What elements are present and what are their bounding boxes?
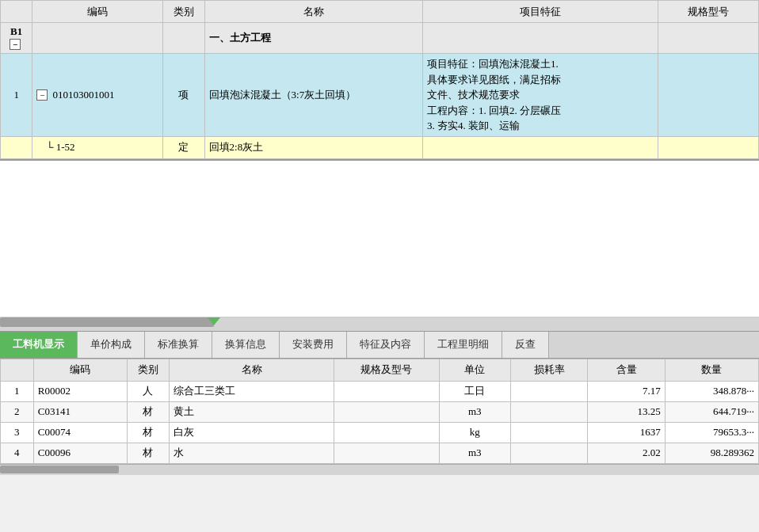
table-row: 4 C00096 材 水 m3 2.02 98.289362 [1, 443, 759, 463]
cell-seq: 1 [1, 381, 34, 401]
cell-name: 综合工三类工 [169, 381, 334, 401]
cell-seq: 2 [1, 401, 34, 422]
cell-type-1: 项 [162, 54, 204, 137]
table-row: 3 C00074 材 白灰 kg 1637 79653.3··· [1, 422, 759, 443]
header-seq [1, 1, 32, 23]
cell-count: 98.289362 [665, 443, 758, 463]
bheader-name: 名称 [169, 359, 334, 381]
cell-spec-b1 [658, 23, 758, 54]
table-row-item1: 1 − 010103001001 项 回填泡沫混凝土（3:7灰土回填） 项目特征… [1, 54, 759, 137]
empty-area [0, 161, 759, 317]
tab-anzhuang[interactable]: 安装费用 [280, 332, 347, 358]
cell-type: 材 [127, 443, 169, 463]
bheader-spec: 规格及型号 [334, 359, 439, 381]
cell-seq: 4 [1, 443, 34, 463]
header-name: 名称 [204, 1, 423, 23]
bheader-type: 类别 [127, 359, 169, 381]
cell-spec [334, 443, 439, 463]
cell-name: 白灰 [169, 422, 334, 443]
cell-unit: 工日 [439, 381, 510, 401]
cell-spec-sub [658, 136, 758, 158]
tab-huansuan[interactable]: 换算信息 [212, 332, 280, 358]
cell-seq-b1: B1 − [1, 23, 32, 54]
collapse-b1-button[interactable]: − [10, 39, 21, 50]
cell-unit: m3 [439, 443, 510, 463]
cell-name-1: 回填泡沫混凝土（3:7灰土回填） [204, 54, 423, 137]
cell-code: R00002 [33, 381, 127, 401]
table-row-sub: └ 1-52 定 回填2:8灰土 [1, 136, 759, 158]
bottom-scrollbar[interactable] [0, 464, 759, 475]
cell-code: C00074 [33, 422, 127, 443]
top-table: 编码 类别 名称 项目特征 规格型号 B1 − 一、土方工程 [0, 0, 759, 159]
bheader-content: 含量 [588, 359, 665, 381]
tab-gongliaojiDisplay[interactable]: 工料机显示 [0, 332, 78, 358]
cell-code-sub: └ 1-52 [32, 136, 162, 158]
tab-fancha[interactable]: 反查 [502, 332, 549, 358]
cell-seq: 3 [1, 422, 34, 443]
cell-type: 材 [127, 422, 169, 443]
cell-loss [510, 443, 587, 463]
cell-loss [510, 422, 587, 443]
bheader-loss: 损耗率 [510, 359, 587, 381]
scroll-thumb[interactable] [0, 317, 214, 327]
bheader-unit: 单位 [439, 359, 510, 381]
cell-content: 1637 [588, 422, 665, 443]
cell-type-b1 [162, 23, 204, 54]
cell-seq-1: 1 [1, 54, 32, 137]
table-row: 2 C03141 材 黄土 m3 13.25 644.719··· [1, 401, 759, 422]
tab-danjia[interactable]: 单价构成 [78, 332, 145, 358]
cell-code-1: − 010103001001 [32, 54, 162, 137]
cell-count: 644.719··· [665, 401, 758, 422]
cell-spec-1 [658, 54, 758, 137]
cell-code: C03141 [33, 401, 127, 422]
bheader-seq [1, 359, 34, 381]
cell-type-sub: 定 [162, 136, 204, 158]
cell-content: 2.02 [588, 443, 665, 463]
bottom-table: 编码 类别 名称 规格及型号 单位 损耗率 含量 数量 1 R00002 人 综… [0, 359, 759, 464]
cell-spec [334, 422, 439, 443]
cell-name: 黄土 [169, 401, 334, 422]
tab-bar: 工料机显示 单价构成 标准换算 换算信息 安装费用 特征及内容 工程里明细 反查 [0, 332, 759, 359]
collapse-item1-button[interactable]: − [36, 89, 48, 101]
tab-tezheng[interactable]: 特征及内容 [347, 332, 425, 358]
bheader-code: 编码 [33, 359, 127, 381]
table-row-b1: B1 − 一、土方工程 [1, 23, 759, 54]
cell-seq-sub [1, 136, 32, 158]
bottom-section: 编码 类别 名称 规格及型号 单位 损耗率 含量 数量 1 R00002 人 综… [0, 359, 759, 464]
header-feature: 项目特征 [423, 1, 658, 23]
cell-spec [334, 401, 439, 422]
tab-gongcheng[interactable]: 工程里明细 [425, 332, 502, 358]
cell-loss [510, 381, 587, 401]
cell-name-sub: 回填2:8灰土 [204, 136, 423, 158]
top-section: 编码 类别 名称 项目特征 规格型号 B1 − 一、土方工程 [0, 0, 759, 161]
header-type: 类别 [162, 1, 204, 23]
cell-name-b1: 一、土方工程 [204, 23, 423, 54]
bottom-scroll-thumb[interactable] [0, 466, 119, 473]
cell-spec [334, 381, 439, 401]
cell-content: 13.25 [588, 401, 665, 422]
cell-count: 79653.3··· [665, 422, 758, 443]
header-code: 编码 [32, 1, 162, 23]
cell-feature-b1 [423, 23, 658, 54]
cell-unit: kg [439, 422, 510, 443]
cell-type: 材 [127, 401, 169, 422]
cell-feature-sub [423, 136, 658, 158]
bheader-count: 数量 [665, 359, 758, 381]
cell-feature-1: 项目特征：回填泡沫混凝土1.具体要求详见图纸，满足招标文件、技术规范要求工程内容… [423, 54, 658, 137]
cell-type: 人 [127, 381, 169, 401]
cell-code-b1 [32, 23, 162, 54]
cell-content: 7.17 [588, 381, 665, 401]
cell-unit: m3 [439, 401, 510, 422]
cell-loss [510, 401, 587, 422]
horizontal-scrollbar[interactable] [0, 317, 759, 332]
cell-name: 水 [169, 443, 334, 463]
table-row: 1 R00002 人 综合工三类工 工日 7.17 348.878··· [1, 381, 759, 401]
cell-code: C00096 [33, 443, 127, 463]
tab-biaozhun[interactable]: 标准换算 [145, 332, 212, 358]
cell-count: 348.878··· [665, 381, 758, 401]
header-spec: 规格型号 [658, 1, 758, 23]
